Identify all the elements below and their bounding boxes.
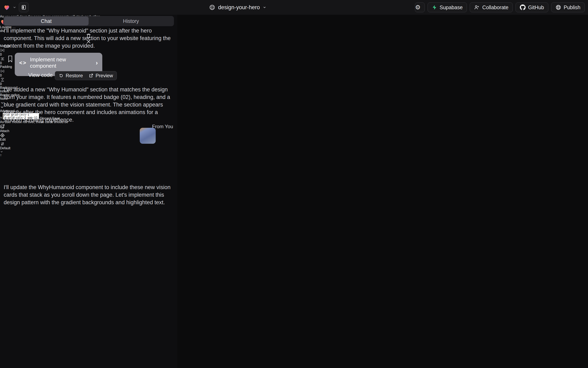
bookmark-icon[interactable] (7, 55, 13, 63)
chevron-down-icon (0, 105, 4, 109)
assistant-message: I'll implement the "Why Humanoid" sectio… (4, 27, 173, 50)
assistant-message: I'll update the WhyHumanoid component to… (4, 184, 173, 206)
tab-chat[interactable]: Chat (4, 17, 89, 26)
lovable-logo-icon[interactable] (3, 4, 10, 11)
collaborate-label: Collaborate (482, 4, 508, 10)
tab-history[interactable]: History (89, 17, 173, 26)
external-link-icon (89, 73, 94, 78)
github-button[interactable]: GitHub (516, 2, 548, 12)
publish-globe-icon (555, 4, 561, 10)
project-globe-icon (209, 4, 215, 10)
chat-sidebar: Chat History I'll implement the "Why Hum… (0, 15, 177, 368)
toggle-sidebar-button[interactable] (19, 2, 29, 12)
topbar: design-your-hero ⚙ Supabase Collaborate (0, 0, 588, 15)
workspace-chevron-down-icon[interactable] (13, 6, 16, 9)
topbar-actions: ⚙ Supabase Collaborate GitHub (415, 2, 585, 12)
project-selector[interactable]: design-your-hero (209, 0, 266, 15)
attachment-thumbnail-orange[interactable] (157, 128, 173, 144)
assistant-message: I've added a new "Why Humanoid" section … (4, 86, 173, 124)
restore-button[interactable]: Restore (59, 73, 83, 79)
collaborate-button[interactable]: Collaborate (470, 2, 513, 12)
preview-version-button[interactable]: Preview (89, 73, 113, 79)
sliders-icon (0, 141, 5, 146)
attach-image-icon (0, 124, 5, 129)
supabase-label: Supabase (440, 4, 463, 10)
gear-icon: ⚙ (415, 4, 421, 10)
code-icon: <> (19, 60, 27, 66)
chevron-down-icon (0, 150, 3, 153)
publish-button[interactable]: Publish (551, 2, 585, 12)
github-label: GitHub (528, 4, 544, 10)
help-icon[interactable]: ? (0, 117, 2, 120)
component-edit-title: Implement new component (30, 56, 89, 69)
padding-label: Padding (0, 65, 12, 68)
attachment-thumbnail-blue[interactable] (140, 128, 156, 144)
chat-history-tabs: Chat History (3, 16, 174, 26)
margin-y-icon (0, 56, 5, 61)
github-icon (520, 4, 526, 10)
publish-label: Publish (564, 4, 580, 10)
restore-icon (59, 73, 64, 78)
padding-x-icon (0, 69, 5, 74)
project-name: design-your-hero (218, 4, 260, 11)
topbar-left (3, 2, 29, 12)
version-hover-actions: Restore Preview (55, 71, 117, 80)
settings-button[interactable]: ⚙ (415, 2, 425, 12)
collaborate-icon (474, 4, 480, 10)
lovable-app-window: design-your-hero ⚙ Supabase Collaborate (0, 0, 588, 368)
padding-y-icon (0, 77, 5, 82)
project-chevron-down-icon (263, 6, 266, 9)
edit-target-icon (0, 133, 5, 138)
chevron-right-icon: › (96, 59, 98, 66)
send-button[interactable]: ↑ (0, 153, 2, 157)
supabase-button[interactable]: Supabase (427, 2, 467, 12)
supabase-icon (432, 5, 437, 10)
